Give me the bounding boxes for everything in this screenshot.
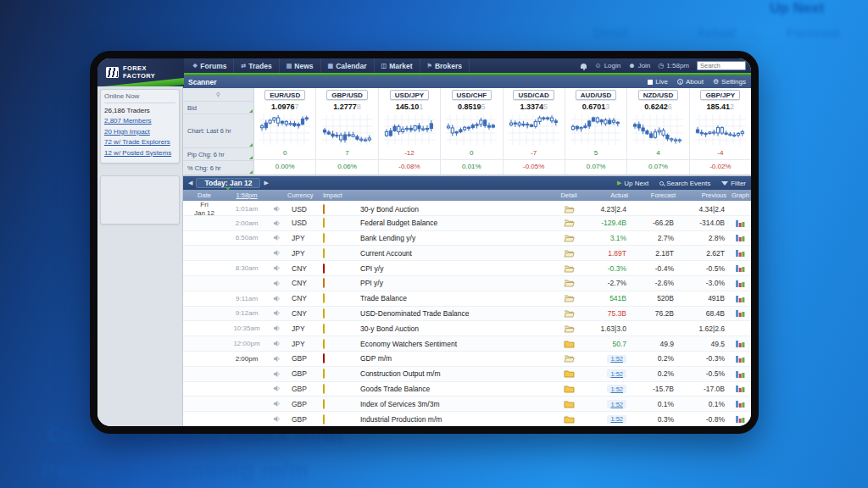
pair-name-button[interactable]: NZD/USD [638, 90, 679, 100]
event-alert-toggle[interactable] [268, 249, 285, 257]
scanner-chart-label[interactable]: Chart: Last 6 hr [183, 114, 253, 148]
event-name[interactable]: Trade Balance [353, 294, 556, 302]
search-input[interactable] [697, 61, 746, 70]
event-name[interactable]: GDP m/m [353, 354, 556, 363]
pair-name-button[interactable]: GBP/USD [326, 90, 367, 100]
event-name[interactable]: 30-y Bond Auction [353, 324, 556, 333]
sidebar-stat-link[interactable]: 12 w/ Posted Systems [104, 148, 175, 158]
event-detail-button[interactable] [556, 385, 581, 393]
impact-indicator-yellow[interactable] [323, 218, 325, 228]
event-detail-button[interactable] [556, 279, 581, 287]
event-alert-toggle[interactable] [268, 234, 285, 241]
event-alert-toggle[interactable] [268, 324, 285, 332]
event-name[interactable]: Bank Lending y/y [353, 234, 556, 242]
col-current-time[interactable]: 1:58pm [225, 191, 268, 199]
impact-indicator-yellow[interactable] [323, 324, 325, 334]
event-graph-button[interactable] [729, 233, 751, 242]
event-graph-button[interactable] [729, 279, 751, 288]
scanner-about-button[interactable]: i About [677, 78, 704, 86]
event-alert-toggle[interactable] [268, 219, 285, 227]
impact-indicator-yellow[interactable] [323, 339, 325, 349]
forexfactory-logo[interactable]: FOREXFACTORY [97, 58, 184, 86]
event-alert-toggle[interactable] [268, 309, 285, 317]
event-graph-button[interactable] [729, 263, 751, 273]
nav-item-calendar[interactable]: ▦Calendar [321, 58, 375, 73]
pair-name-button[interactable]: AUD/USD [576, 90, 616, 100]
event-alert-toggle[interactable] [268, 385, 285, 392]
impact-indicator-yellow[interactable] [323, 399, 325, 409]
impact-indicator-yellow[interactable] [323, 308, 325, 319]
impact-indicator-orange[interactable] [323, 204, 325, 214]
event-name[interactable]: Goods Trade Balance [353, 385, 556, 393]
event-graph-button[interactable] [729, 384, 751, 393]
impact-indicator-orange[interactable] [323, 278, 325, 288]
event-detail-button[interactable] [556, 324, 581, 333]
event-countdown[interactable]: 1:52 [607, 415, 626, 424]
event-graph-button[interactable] [729, 354, 751, 363]
nav-item-news[interactable]: ▤News [280, 58, 321, 73]
pair-name-button[interactable]: USD/CHF [452, 90, 492, 100]
event-name[interactable]: PPI y/y [353, 279, 556, 287]
event-name[interactable]: Construction Output m/m [353, 369, 556, 378]
nav-item-market[interactable]: ◫Market [375, 58, 420, 73]
impact-indicator-yellow[interactable] [323, 233, 325, 243]
event-alert-toggle[interactable] [268, 264, 285, 272]
event-graph-button[interactable] [729, 414, 751, 424]
event-detail-button[interactable] [556, 205, 581, 214]
event-alert-toggle[interactable] [268, 400, 285, 408]
event-graph-button[interactable] [729, 248, 751, 258]
event-alert-toggle[interactable] [268, 295, 285, 302]
scanner-pin-icon[interactable]: ⚲ [183, 88, 253, 102]
sidebar-stat-link[interactable]: 2,807 Members [104, 116, 175, 126]
event-graph-button[interactable] [729, 369, 751, 379]
event-countdown[interactable]: 1:52 [607, 400, 626, 408]
calendar-next-day-button[interactable]: ▶ [264, 180, 268, 186]
impact-indicator-red[interactable] [323, 263, 325, 274]
clock-time[interactable]: ◷ 1:58pm [658, 62, 689, 69]
event-name[interactable]: Index of Services 3m/3m [353, 400, 556, 408]
event-detail-button[interactable] [556, 264, 581, 273]
event-alert-toggle[interactable] [268, 340, 285, 347]
event-countdown[interactable]: 1:52 [607, 369, 626, 378]
impact-indicator-yellow[interactable] [323, 248, 325, 258]
impact-indicator-yellow[interactable] [323, 369, 325, 379]
event-countdown[interactable]: 1:52 [607, 355, 626, 363]
nav-item-forums[interactable]: ❖Forums [186, 58, 234, 73]
nav-item-trades[interactable]: ⇄Trades [234, 58, 279, 73]
event-alert-toggle[interactable] [268, 415, 285, 423]
event-detail-button[interactable] [556, 369, 581, 378]
event-name[interactable]: CPI y/y [353, 264, 556, 273]
event-name[interactable]: Federal Budget Balance [353, 219, 556, 227]
event-countdown[interactable]: 1:52 [607, 385, 626, 393]
event-graph-button[interactable] [729, 399, 751, 408]
event-name[interactable]: Current Account [353, 249, 556, 258]
calendar-today-label[interactable]: Today: Jan 12 [196, 178, 260, 188]
impact-indicator-yellow[interactable] [323, 293, 325, 303]
event-graph-button[interactable] [729, 294, 751, 303]
event-graph-button[interactable] [729, 308, 751, 318]
login-button[interactable]: ☺ Login [594, 62, 620, 69]
event-alert-toggle[interactable] [268, 205, 285, 213]
sidebar-stat-link[interactable]: 72 w/ Trade Explorers [104, 137, 175, 147]
scanner-bid-label[interactable]: Bid [183, 102, 253, 114]
join-button[interactable]: ☻ Join [628, 62, 650, 69]
scanner-pct-label[interactable]: % Chg: 6 hr [183, 161, 253, 175]
event-name[interactable]: 30-y Bond Auction [353, 205, 556, 214]
event-detail-button[interactable] [556, 340, 581, 348]
impact-indicator-yellow[interactable] [323, 414, 325, 424]
event-detail-button[interactable] [556, 294, 581, 302]
sidebar-stat-link[interactable]: 20 High Impact [104, 127, 175, 137]
event-detail-button[interactable] [556, 249, 581, 258]
event-name[interactable]: USD-Denominated Trade Balance [353, 309, 556, 318]
impact-indicator-red[interactable] [323, 353, 325, 363]
impact-indicator-yellow[interactable] [323, 384, 325, 394]
event-graph-button[interactable] [729, 339, 751, 348]
event-name[interactable]: Industrial Production m/m [353, 415, 556, 424]
calendar-prev-day-button[interactable]: ◀ [188, 180, 192, 186]
pair-name-button[interactable]: USD/CAD [513, 90, 554, 100]
search-events-button[interactable]: Search Events [659, 180, 710, 187]
filter-button[interactable]: Filter [721, 180, 746, 187]
scanner-settings-button[interactable]: ⚙ Settings [713, 78, 746, 86]
event-detail-button[interactable] [556, 234, 581, 242]
event-detail-button[interactable] [556, 219, 581, 227]
